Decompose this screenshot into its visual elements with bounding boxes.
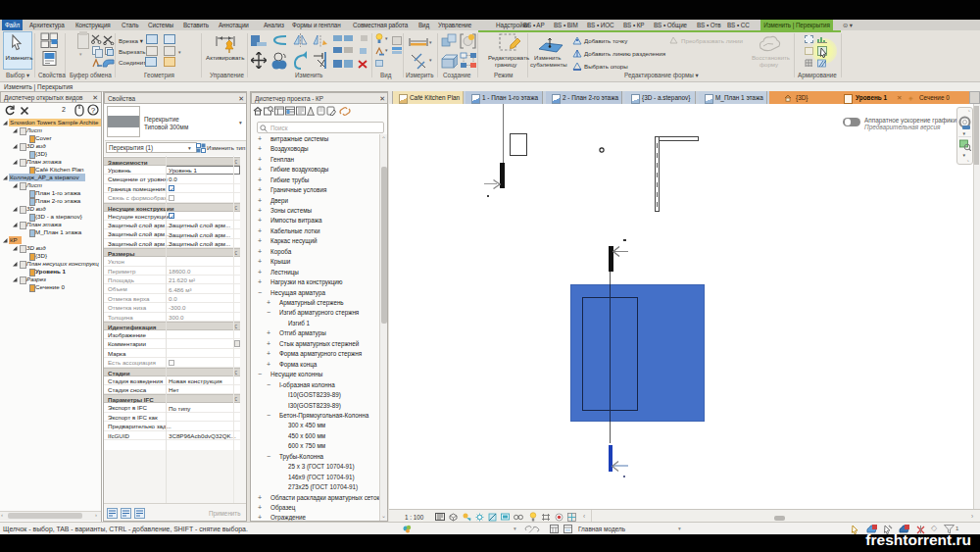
svg-text:?: ? [91,106,96,115]
